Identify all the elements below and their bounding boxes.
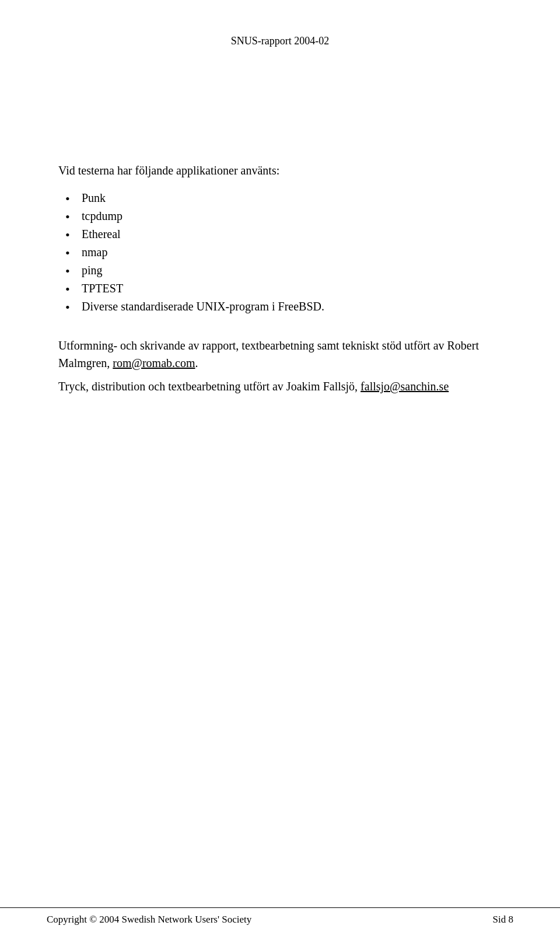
description-paragraph-2: Tryck, distribution och textbearbetning … <box>58 378 513 395</box>
page-footer: Copyright © 2004 Swedish Network Users' … <box>0 907 560 925</box>
description-period-1: . <box>195 357 198 369</box>
email-link-2[interactable]: fallsjo@sanchin.se <box>360 380 449 393</box>
intro-text: Vid testerna har följande applikationer … <box>58 164 513 177</box>
list-item: Punk <box>82 191 513 205</box>
copyright-text: Copyright © 2004 Swedish Network Users' … <box>47 914 251 925</box>
applications-list: Punk tcpdump Ethereal nmap ping TPTEST D… <box>58 191 513 313</box>
page-number: Sid 8 <box>493 914 513 925</box>
list-item: Ethereal <box>82 228 513 241</box>
list-item: TPTEST <box>82 282 513 295</box>
description-paragraph-1: Utformning- och skrivande av rapport, te… <box>58 337 513 372</box>
list-item: nmap <box>82 246 513 259</box>
description-text-2: Tryck, distribution och textbearbetning … <box>58 380 360 393</box>
page: SNUS-rapport 2004-02 Vid testerna har fö… <box>0 0 560 943</box>
list-item: Diverse standardiserade UNIX-program i F… <box>82 300 513 313</box>
list-item: tcpdump <box>82 209 513 223</box>
email-link-1[interactable]: rom@romab.com <box>113 357 195 369</box>
report-title: SNUS-rapport 2004-02 <box>231 35 330 47</box>
page-header: SNUS-rapport 2004-02 <box>47 35 513 47</box>
main-content: Vid testerna har följande applikationer … <box>47 164 513 395</box>
description-block: Utformning- och skrivande av rapport, te… <box>58 337 513 395</box>
list-item: ping <box>82 264 513 277</box>
